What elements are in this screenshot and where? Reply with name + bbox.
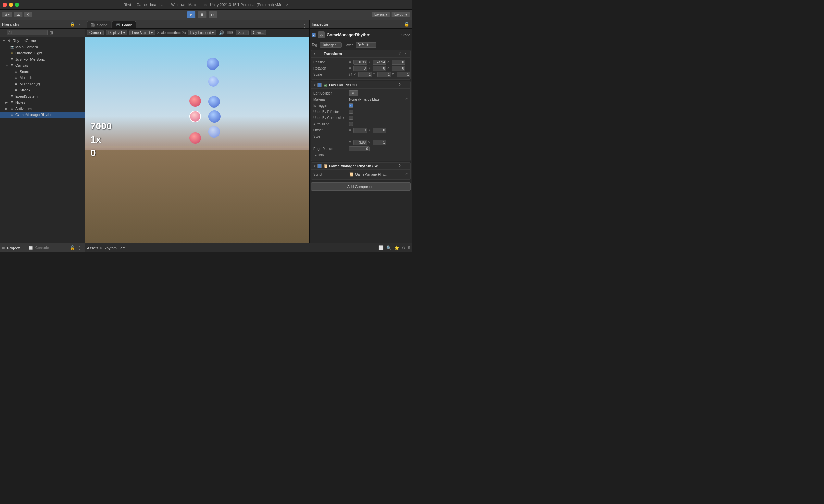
breadcrumb-assets[interactable]: Assets (87, 246, 98, 250)
position-x-input[interactable] (353, 60, 367, 65)
tab-scene[interactable]: 🎬 Scene (87, 21, 111, 28)
account-button[interactable]: S ▾ (2, 12, 12, 17)
rotation-z-input[interactable] (392, 66, 405, 71)
inspector-lock-icon[interactable]: 🔓 (403, 22, 410, 27)
used-by-composite-checkbox[interactable] (349, 116, 353, 120)
history-button[interactable]: ⟲ (24, 12, 32, 17)
tab-game[interactable]: 🎮 Game (112, 21, 136, 28)
layout-button[interactable]: Layout ▾ (391, 12, 410, 17)
rotation-y-input[interactable] (373, 66, 386, 71)
hierarchy-item-event-system[interactable]: ⚙ EventSystem (0, 93, 85, 99)
close-button[interactable] (3, 3, 7, 7)
display-button[interactable]: Display 1 ▾ (106, 30, 127, 35)
hierarchy-menu-icon[interactable]: ⋮ (77, 22, 83, 27)
cloud-button[interactable]: ☁ (14, 12, 23, 17)
keyboard-icon[interactable]: ⌨ (227, 30, 234, 35)
scale-z-input[interactable] (397, 72, 410, 77)
hierarchy-item-streak[interactable]: ⚙ Streak (0, 87, 85, 93)
play-button[interactable]: ▶ (187, 11, 196, 18)
asset-reveal-button[interactable]: ⬜ (378, 245, 384, 250)
object-active-toggle[interactable]: ✓ (312, 33, 316, 37)
hierarchy-item-game-manager[interactable]: ⚙ GameManagerRhythm (0, 112, 85, 118)
auto-tiling-checkbox[interactable] (349, 122, 353, 126)
component-enabled-toggle[interactable]: ✓ (317, 83, 322, 87)
hierarchy-search-input[interactable] (7, 30, 48, 35)
asset-save-icon[interactable]: ⭐ (394, 245, 400, 250)
component-settings-icon[interactable]: ⋯ (403, 164, 408, 168)
box-collider-2d-component: ▼ ✓ ▣ Box Collider 2D ? ⋯ Edit Collider … (311, 81, 411, 161)
component-help-icon[interactable]: ? (398, 83, 401, 87)
play-focused-button[interactable]: Play Focused ▾ (188, 30, 216, 35)
game-manager-header[interactable]: ▼ ✓ 📜 Game Manager Rhythm (Sc ? ⋯ (311, 163, 410, 169)
offset-y-input[interactable] (373, 128, 386, 133)
script-file-icon: 📜 (349, 172, 354, 177)
scale-x-input[interactable] (358, 72, 372, 77)
position-z-input[interactable] (392, 60, 405, 65)
score-display: 7000 1x 0 (90, 119, 112, 160)
edit-collider-button[interactable]: ✏ (349, 90, 358, 96)
project-menu-icon[interactable]: ⋮ (77, 245, 83, 250)
component-help-icon[interactable]: ? (398, 51, 401, 56)
scale-xyz: ⛓ X Y Z (349, 72, 410, 77)
asset-settings-icon[interactable]: ⚙ (401, 245, 407, 250)
pause-button[interactable]: ⏸ (198, 11, 207, 18)
scale-label: Scale (313, 73, 348, 76)
rotation-x-input[interactable] (353, 66, 367, 71)
layers-button[interactable]: Layers ▾ (372, 12, 390, 17)
hierarchy-item-multiplier[interactable]: ⚙ Multiplier (0, 75, 85, 81)
asset-search-icon[interactable]: 🔍 (386, 245, 392, 250)
hierarchy-item-directional-light[interactable]: ☀ Directional Light (0, 50, 85, 56)
add-component-button[interactable]: Add Component (311, 182, 411, 191)
breadcrumb-rhythm-part[interactable]: Rhythm Part (104, 246, 125, 250)
project-lock-icon[interactable]: 🔓 (69, 245, 76, 250)
edge-radius-input[interactable] (349, 146, 370, 151)
note-pink-1 (189, 95, 201, 107)
maximize-button[interactable] (15, 3, 19, 7)
hierarchy-filter-icon[interactable]: ⊞ (49, 30, 54, 35)
hierarchy-item-activators[interactable]: ▶ ⚙ Activators (0, 105, 85, 112)
hierarchy-item-canvas[interactable]: ▼ ⚙ Canvas (0, 62, 85, 68)
hierarchy-item-multiplier-x[interactable]: ⚙ Multiplier (x) (0, 81, 85, 87)
gizmos-button[interactable]: Gizm... (251, 30, 266, 35)
hierarchy-add-button[interactable]: + (1, 30, 5, 35)
component-settings-icon[interactable]: ⋯ (403, 83, 408, 87)
hierarchy-lock-icon[interactable]: 🔓 (69, 22, 76, 27)
collapse-arrow-icon: ▼ (313, 84, 316, 87)
used-by-composite-row: Used By Composite (313, 115, 408, 121)
component-settings-icon[interactable]: ⋯ (403, 51, 408, 56)
is-trigger-checkbox[interactable]: ✓ (349, 103, 353, 108)
note-blue-4 (208, 110, 221, 123)
game-dropdown-button[interactable]: Game ▾ (87, 30, 104, 35)
size-y-input[interactable] (373, 140, 386, 145)
size-x-input[interactable] (353, 140, 367, 145)
audio-button[interactable]: 🔊 (218, 30, 225, 35)
minimize-button[interactable] (9, 3, 13, 7)
offset-x-input[interactable] (353, 128, 367, 133)
step-button[interactable]: ⏭ (209, 11, 217, 18)
tag-layer-row: Tag Untagged Layer Default (311, 41, 411, 49)
used-by-effector-checkbox[interactable] (349, 110, 353, 114)
component-help-icon[interactable]: ? (398, 164, 401, 168)
scale-slider-track[interactable] (167, 32, 181, 34)
tab-menu-button[interactable]: ⋮ (302, 24, 307, 28)
hierarchy-item-notes[interactable]: ▶ ⚙ Notes (0, 99, 85, 105)
box-collider-header[interactable]: ▼ ✓ ▣ Box Collider 2D ? ⋯ (311, 81, 410, 88)
aspect-button[interactable]: Free Aspect ▾ (129, 30, 155, 35)
hierarchy-item-label: Score (20, 70, 85, 74)
hierarchy-item-main-camera[interactable]: 📷 Main Camera (0, 44, 85, 50)
stats-button[interactable]: Stats (236, 30, 249, 35)
used-by-effector-row: Used By Effector (313, 109, 408, 115)
component-enabled-toggle[interactable]: ✓ (317, 164, 322, 168)
script-icon: 📜 (323, 164, 328, 168)
layer-dropdown[interactable]: Default (356, 42, 376, 48)
hierarchy-item-rhythmgame[interactable]: ▼ ⚙ RhythmGame ⋮ (0, 38, 85, 44)
script-link-icon: ⊙ (405, 173, 408, 176)
info-row[interactable]: ▶ Info (313, 152, 408, 159)
tag-dropdown[interactable]: Untagged (320, 42, 341, 48)
hierarchy-item-score[interactable]: ⚙ Score (0, 68, 85, 75)
transform-header[interactable]: ▼ ⊞ Transform ? ⋯ (311, 50, 410, 57)
hierarchy-item-just-for-me-song[interactable]: ⚙ Just For Me Song (0, 56, 85, 62)
position-y-input[interactable] (373, 60, 386, 65)
scale-y-input[interactable] (377, 72, 391, 77)
item-menu-button[interactable]: ⋮ (78, 39, 85, 43)
